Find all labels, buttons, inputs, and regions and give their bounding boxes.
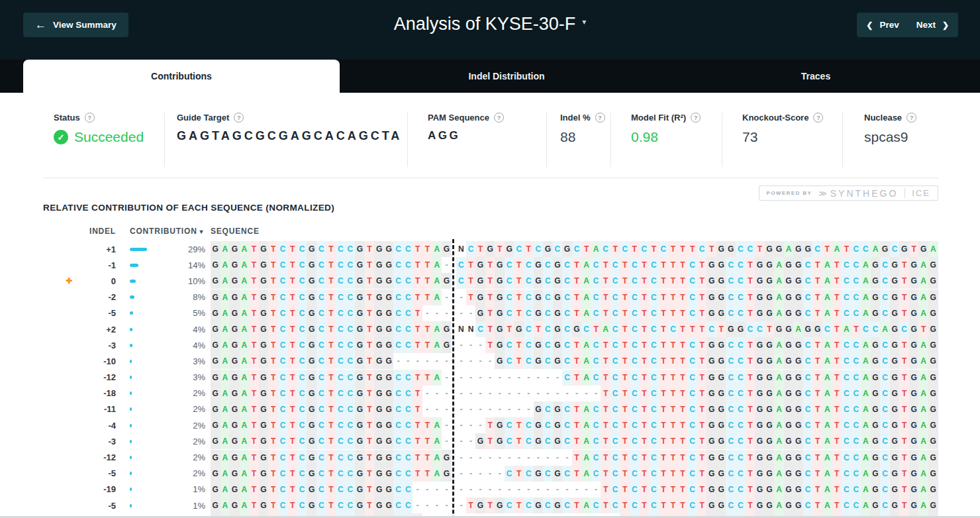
base-G: G <box>784 450 794 466</box>
base-G: G <box>374 386 384 401</box>
base-A: A <box>918 466 928 482</box>
base-G: G <box>755 305 765 321</box>
base-gap: - <box>543 370 553 386</box>
base-gap: - <box>524 450 534 466</box>
base-G: G <box>259 417 269 433</box>
help-icon[interactable]: ? <box>595 113 605 123</box>
base-G: G <box>765 466 775 482</box>
base-G: G <box>755 289 765 305</box>
base-C: C <box>649 482 659 497</box>
base-T: T <box>620 450 630 466</box>
indel-value: -10 <box>76 356 116 366</box>
base-T: T <box>812 417 822 433</box>
base-A: A <box>822 370 832 386</box>
base-C: C <box>620 241 630 257</box>
base-gap: - <box>422 386 432 401</box>
base-T: T <box>899 433 909 449</box>
base-G: G <box>928 321 938 337</box>
tab-traces[interactable]: Traces <box>673 60 958 93</box>
base-A: A <box>220 257 230 273</box>
base-T: T <box>668 433 678 449</box>
sequence-right: -TGTGCTCGCGCTACTCTCTCTTTCTGGCCTGGAGGCTAT… <box>456 289 938 305</box>
base-G: G <box>259 241 269 257</box>
base-T: T <box>287 305 297 321</box>
base-T: T <box>659 433 669 449</box>
help-icon[interactable]: ? <box>234 113 244 123</box>
base-T: T <box>514 433 524 449</box>
help-icon[interactable]: ? <box>494 113 504 123</box>
base-G: G <box>259 466 269 482</box>
base-C: C <box>346 337 356 353</box>
base-G: G <box>716 257 726 273</box>
base-T: T <box>640 370 650 386</box>
help-icon[interactable]: ? <box>813 113 823 123</box>
base-G: G <box>355 305 365 321</box>
base-A: A <box>220 417 230 433</box>
base-T: T <box>640 273 650 289</box>
base-C: C <box>630 305 640 321</box>
base-C: C <box>852 417 861 433</box>
base-C: C <box>505 497 514 513</box>
base-C: C <box>803 401 813 417</box>
base-gap: - <box>524 482 534 497</box>
base-T: T <box>572 353 582 369</box>
chevron-right-icon: ❯ <box>942 21 949 30</box>
base-G: G <box>716 482 726 497</box>
base-C: C <box>630 257 640 273</box>
help-icon[interactable]: ? <box>691 113 701 123</box>
base-C: C <box>736 386 746 401</box>
title-dropdown-caret-icon[interactable]: ▾ <box>582 17 586 26</box>
base-C: C <box>393 417 403 433</box>
contribution-percent: 3% <box>150 372 205 382</box>
base-G: G <box>909 450 919 466</box>
base-C: C <box>346 386 356 401</box>
base-C: C <box>803 257 813 273</box>
base-A: A <box>861 401 871 417</box>
base-T: T <box>678 321 688 337</box>
base-G: G <box>707 337 716 353</box>
base-T: T <box>485 257 495 273</box>
next-button[interactable]: Next ❯ <box>916 20 949 30</box>
base-C: C <box>687 401 697 417</box>
base-G: G <box>784 321 794 337</box>
help-icon[interactable]: ? <box>906 113 916 123</box>
base-T: T <box>287 370 297 386</box>
base-G: G <box>495 417 505 433</box>
base-gap: - <box>505 370 514 386</box>
base-T: T <box>832 305 842 321</box>
base-T: T <box>249 450 259 466</box>
base-T: T <box>697 353 707 369</box>
base-T: T <box>514 305 524 321</box>
sequence-right: --GTGCTCGCGCTACTCTCTCTTTCTGGCCTGGAGGCTAT… <box>456 305 938 321</box>
base-T: T <box>268 305 278 321</box>
base-T: T <box>659 289 669 305</box>
base-T: T <box>601 433 611 449</box>
base-C: C <box>403 257 413 273</box>
base-T: T <box>514 497 524 513</box>
tab-indel-distribution[interactable]: Indel Distribution <box>340 60 673 93</box>
base-A: A <box>220 401 230 417</box>
divider <box>43 178 938 178</box>
base-C: C <box>297 273 307 289</box>
base-G: G <box>707 289 716 305</box>
sequence-left: GAGATGTCTCGCTCCGTGGCCTTAG <box>211 466 452 482</box>
help-icon[interactable]: ? <box>85 113 95 123</box>
base-gap: - <box>572 482 582 497</box>
base-T: T <box>746 257 756 273</box>
contribution-bar-box <box>130 376 150 379</box>
base-T: T <box>659 305 669 321</box>
column-header-contribution[interactable]: CONTRIBUTION▾ <box>130 227 203 236</box>
base-C: C <box>852 450 861 466</box>
base-gap: - <box>432 401 442 417</box>
base-T: T <box>899 273 909 289</box>
base-C: C <box>336 337 346 353</box>
indel-value: -5 <box>76 308 116 318</box>
prev-button[interactable]: ❮ Prev <box>866 20 899 30</box>
base-C: C <box>393 497 403 513</box>
tab-contributions[interactable]: Contributions <box>23 60 340 93</box>
app-header: ← View Summary Analysis of KYSE-30-F ▾ ❮… <box>0 0 980 93</box>
base-T: T <box>697 289 707 305</box>
base-T: T <box>287 273 297 289</box>
base-G: G <box>514 321 524 337</box>
indel-value: -3 <box>76 340 116 350</box>
